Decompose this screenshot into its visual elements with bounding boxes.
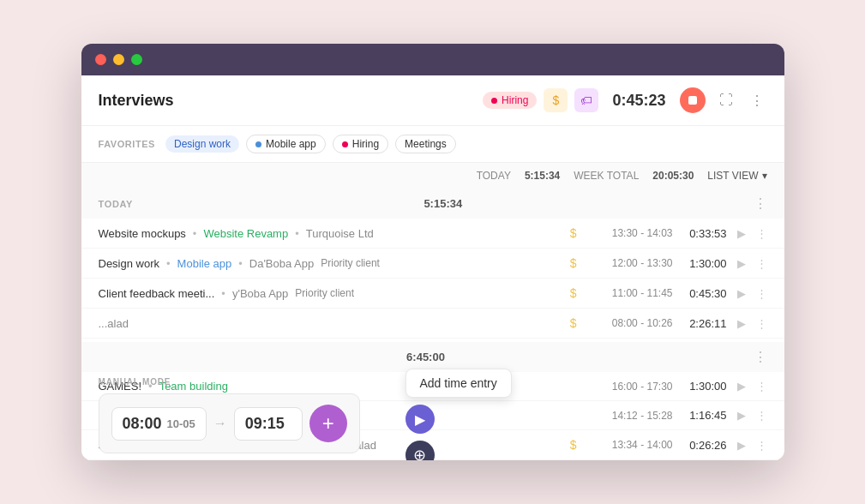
play-button[interactable]: ▶	[737, 380, 746, 393]
table-row: Website mockups • Website Revamp • Turqu…	[81, 219, 784, 249]
hiring-tag[interactable]: Hiring	[483, 92, 537, 109]
app-window: Interviews Hiring $ 🏷 0:45:23 ⛶ ⋮ FAVORI…	[81, 44, 784, 460]
row-project[interactable]: Website Revamp	[203, 227, 288, 240]
manual-end-input[interactable]: 09:15	[234, 407, 303, 441]
today-section-menu[interactable]: ⋮	[754, 195, 767, 212]
dollar-icon[interactable]: $	[570, 438, 577, 452]
dollar-icon[interactable]: $	[570, 226, 577, 240]
table-row: Client feedback meeti... • y'Boba App Pr…	[81, 279, 784, 309]
today-section-header: TODAY 5:15:34 ⋮	[81, 189, 784, 219]
favorites-meetings[interactable]: Meetings	[395, 135, 456, 153]
maximize-button[interactable]	[131, 54, 142, 65]
red-dot-icon	[342, 141, 348, 147]
row-more-button[interactable]: ⋮	[756, 287, 767, 300]
blue-dot-icon	[255, 141, 261, 147]
row-name: Design work	[99, 257, 160, 270]
header-tags: Hiring $ 🏷	[483, 88, 598, 112]
row-title: Design work • Mobile app • Da'Boba App	[99, 257, 315, 270]
row-more-button[interactable]: ⋮	[756, 409, 767, 422]
row-duration: 0:33:53	[680, 227, 727, 240]
row-client: y'Boba App	[232, 287, 288, 300]
minimize-button[interactable]	[113, 54, 124, 65]
row-duration: 0:45:30	[680, 287, 727, 300]
yesterday-section-menu[interactable]: ⋮	[754, 349, 767, 365]
expand-button[interactable]: ⛶	[716, 93, 736, 108]
row-client: ...alad	[99, 317, 129, 330]
row-more-button[interactable]: ⋮	[756, 317, 767, 330]
row-client: Turquoise Ltd	[306, 227, 374, 240]
row-duration: 1:30:00	[680, 380, 727, 393]
dollar-icon[interactable]: $	[570, 316, 577, 330]
manual-mode-panel: MANUAL MODE 08:00 10-05 → 09:15 +	[81, 377, 360, 453]
row-client: Da'Boba App	[249, 257, 315, 270]
play-time-entry-button[interactable]: ▶	[405, 405, 435, 434]
favorites-mobile-app[interactable]: Mobile app	[246, 135, 326, 153]
today-label: TODAY	[477, 170, 511, 182]
content-area: Interviews Hiring $ 🏷 0:45:23 ⛶ ⋮ FAVORI…	[81, 75, 784, 460]
stop-button[interactable]	[680, 87, 706, 113]
play-button[interactable]: ▶	[737, 287, 746, 300]
row-more-button[interactable]: ⋮	[756, 439, 767, 452]
favorites-design-work[interactable]: Design work	[165, 135, 239, 153]
list-view-button[interactable]: LIST VIEW ▾	[707, 170, 766, 182]
row-name: Client feedback meeti...	[99, 287, 215, 300]
add-time-button[interactable]: +	[309, 405, 347, 442]
more-button[interactable]: ⋮	[747, 93, 767, 109]
manual-start-input[interactable]: 08:00 10-05	[111, 407, 207, 441]
tag-icon[interactable]: 🏷	[574, 88, 598, 112]
tooltip-box: Add time entry	[405, 369, 512, 398]
tooltip-container: Add time entry ▶ ⊕	[405, 369, 512, 460]
manual-start-time: 08:00	[123, 415, 162, 433]
play-button[interactable]: ▶	[737, 409, 746, 422]
favorites-bar: FAVORITES Design work Mobile app Hiring …	[81, 126, 784, 163]
play-button[interactable]: ▶	[737, 439, 746, 452]
favorites-hiring[interactable]: Hiring	[333, 135, 388, 153]
week-label: WEEK TOTAL	[574, 170, 639, 182]
row-more-button[interactable]: ⋮	[756, 227, 767, 240]
tooltip-label: Add time entry	[420, 376, 497, 390]
row-name: Website mockups	[99, 227, 186, 240]
row-duration: 1:16:45	[680, 409, 727, 422]
row-time-range: 08:00 - 10:26	[587, 317, 673, 329]
manual-end-time: 09:15	[245, 415, 285, 433]
today-total: 5:15:34	[525, 170, 560, 182]
row-duration: 0:26:26	[680, 439, 727, 452]
arrow-icon: →	[213, 416, 227, 431]
row-more-button[interactable]: ⋮	[756, 257, 767, 270]
yesterday-section-total: 6:45:00	[406, 351, 445, 363]
manual-date: 10-05	[167, 417, 195, 430]
play-button[interactable]: ▶	[737, 257, 746, 270]
close-button[interactable]	[95, 54, 106, 65]
row-more-button[interactable]: ⋮	[756, 380, 767, 393]
row-time-range: 13:34 - 14:00	[587, 439, 673, 451]
play-button[interactable]: ▶	[737, 227, 746, 240]
row-time-range: 16:00 - 17:30	[587, 381, 673, 393]
dollar-icon[interactable]: $	[544, 88, 568, 112]
priority-client-label: Priority client	[295, 287, 354, 299]
today-section-total: 5:15:34	[423, 197, 462, 210]
stop-icon	[688, 96, 697, 105]
header: Interviews Hiring $ 🏷 0:45:23 ⛶ ⋮	[81, 75, 784, 126]
yesterday-section-header: 6:45:00 ⋮	[81, 342, 784, 372]
row-time-range: 12:00 - 13:30	[587, 257, 673, 269]
tooltip-icons: ▶ ⊕	[405, 405, 435, 460]
page-title: Interviews	[99, 92, 473, 110]
priority-client-label: Priority client	[321, 257, 380, 269]
row-project[interactable]: Mobile app	[177, 257, 232, 270]
manual-mode-inputs: 08:00 10-05 → 09:15 +	[99, 393, 360, 453]
dollar-icon[interactable]: $	[570, 286, 577, 300]
chevron-down-icon: ▾	[762, 170, 767, 182]
dollar-icon[interactable]: $	[570, 256, 577, 270]
titlebar	[81, 44, 784, 75]
manual-mode-label: MANUAL MODE	[99, 377, 360, 387]
row-duration: 2:26:11	[680, 317, 727, 330]
today-section-label: TODAY	[99, 199, 134, 209]
row-time-range: 11:00 - 11:45	[587, 287, 673, 299]
summary-bar: TODAY 5:15:34 WEEK TOTAL 20:05:30 LIST V…	[81, 163, 784, 189]
row-title: Website mockups • Website Revamp • Turqu…	[99, 227, 374, 240]
add-manual-entry-button[interactable]: ⊕	[405, 441, 435, 460]
row-duration: 1:30:00	[680, 257, 727, 270]
row-time-range: 13:30 - 14:03	[587, 227, 673, 239]
play-button[interactable]: ▶	[737, 317, 746, 330]
main-area: TODAY 5:15:34 ⋮ Website mockups • Websit…	[81, 189, 784, 460]
